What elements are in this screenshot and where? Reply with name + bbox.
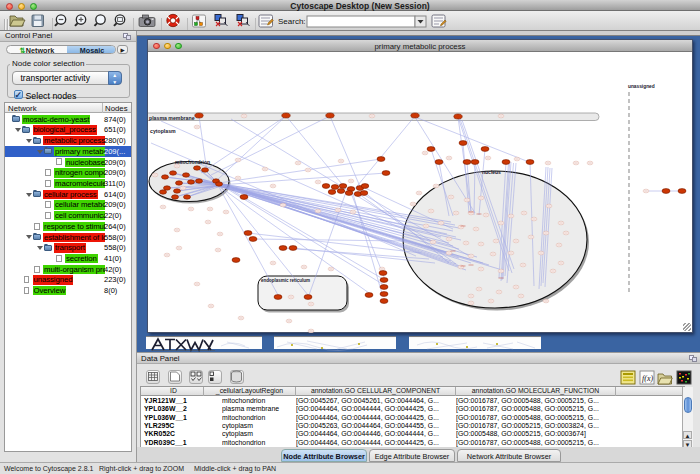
svg-text:f(x): f(x): [642, 374, 653, 383]
svg-text:Search:: Search:: [278, 17, 306, 26]
svg-text:cytoplasm: cytoplasm: [150, 128, 176, 134]
svg-text:mitochondrion: mitochondrion: [175, 159, 210, 165]
svg-text:unassigned: unassigned: [628, 84, 655, 89]
svg-text:nucleus: nucleus: [482, 169, 501, 175]
svg-text:plasma membrane: plasma membrane: [149, 115, 195, 121]
svg-text:endoplasmic reticulum: endoplasmic reticulum: [261, 278, 310, 283]
